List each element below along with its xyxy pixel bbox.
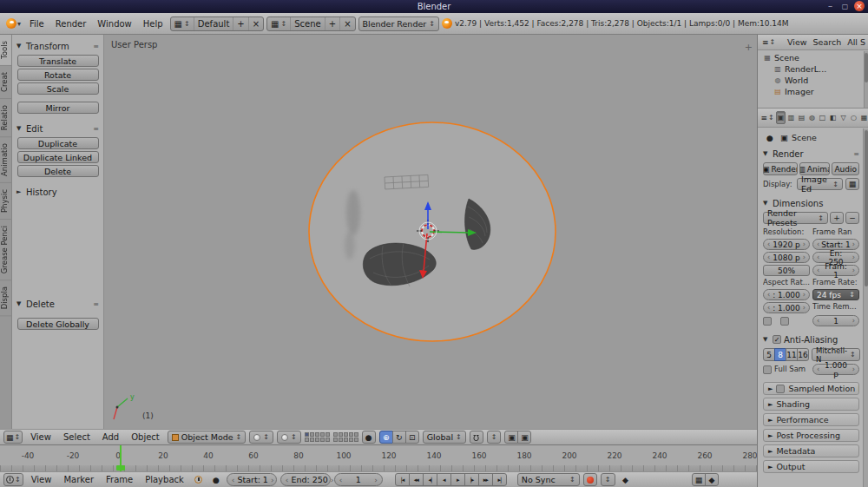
delete-layout-button[interactable]: × [248, 17, 263, 30]
antialiasing-checkbox[interactable]: ✓ [773, 335, 781, 344]
tab-grease-pencil[interactable]: Grease Penci [0, 220, 11, 280]
menu-view[interactable]: View [27, 475, 56, 484]
next-keyframe-button[interactable]: ▸▸ [478, 473, 493, 486]
blender-menu-button[interactable]: ▾ [4, 17, 23, 30]
outliner-row[interactable]: ▦ Scene [761, 52, 865, 63]
remove-preset-button[interactable]: − [845, 212, 859, 224]
header-option-icon[interactable]: ▦ [692, 473, 706, 486]
layer-toggle[interactable] [349, 432, 353, 437]
properties-tab-icon[interactable]: ▥ [786, 111, 796, 124]
menu-view[interactable]: View [787, 37, 807, 47]
scale-manipulator-icon[interactable]: ⊡ [405, 431, 419, 444]
menu-window[interactable]: Window [93, 19, 135, 29]
layer-toggle[interactable] [305, 432, 309, 437]
properties-tab-icon[interactable]: ▦ [859, 111, 868, 124]
display-option-icon[interactable]: ▦ [845, 178, 859, 190]
menu-search[interactable]: Search [813, 37, 842, 47]
editor-type-selector[interactable]: ≡ ↕ [760, 36, 777, 49]
layer-toggle[interactable] [339, 438, 343, 442]
border-checkbox[interactable] [763, 317, 772, 326]
prev-frame-button[interactable]: ◂| [423, 473, 437, 486]
frame-rate-selector[interactable]: 24 fps ↕ [812, 289, 859, 300]
resolution-percentage-button[interactable]: 50% [763, 265, 810, 276]
opengl-render-image-icon[interactable]: ▣ [504, 431, 518, 444]
menu-object[interactable]: Object [127, 432, 164, 442]
menu-playback[interactable]: Playback [141, 475, 188, 484]
layer-toggle[interactable] [315, 438, 319, 442]
properties-tab-icon[interactable]: ◧ [828, 111, 838, 124]
layer-toggle[interactable] [333, 438, 338, 442]
properties-tab-icon[interactable]: ▣ [776, 111, 786, 124]
scene-name[interactable]: Scene [290, 17, 325, 30]
layer-toggle[interactable] [310, 432, 314, 437]
snap-magnet-icon[interactable]: Ω [470, 431, 483, 444]
jump-to-end-button[interactable]: ▸| [492, 473, 507, 486]
time-remap-field[interactable]: 1 [812, 315, 859, 326]
render-panel-header[interactable]: ▼ Render ≡ [763, 148, 859, 160]
crop-checkbox[interactable] [780, 317, 789, 326]
delete-scene-button[interactable]: × [339, 17, 354, 30]
menu-help[interactable]: Help [139, 19, 168, 29]
layer-toggle[interactable] [310, 438, 314, 442]
opengl-render-anim-icon[interactable]: ▣ [517, 431, 531, 444]
panel-menu-icon[interactable]: ≡ [93, 125, 99, 133]
menu-frame[interactable]: Frame [102, 475, 137, 484]
av-sync-selector[interactable]: No Sync ↕ [517, 473, 580, 486]
layer-toggle[interactable] [320, 432, 325, 437]
lock-time-icon[interactable]: ● [209, 473, 223, 486]
lock-to-scene-button[interactable]: ● [362, 431, 376, 444]
translate-button[interactable]: Translate [17, 55, 99, 67]
performance-panel-header[interactable]: ► Performance [763, 413, 859, 426]
mirror-button[interactable]: Mirror [17, 102, 99, 114]
properties-tab-icon[interactable]: ◍ [807, 111, 817, 124]
aa-samples-5-button[interactable]: 5 [763, 348, 775, 361]
properties-tab-icon[interactable]: ○ [849, 111, 858, 124]
layer-toggle[interactable] [333, 432, 338, 437]
layer-toggle[interactable] [320, 438, 325, 442]
outliner-row[interactable]: ◍ World [761, 75, 865, 86]
panel-menu-icon[interactable]: ≡ [93, 300, 99, 308]
screen-layout-browse-button[interactable]: ▦ ↕ [171, 17, 194, 30]
translate-manipulator-icon[interactable]: ⊕ [379, 431, 393, 444]
outliner-row[interactable]: ▤ Imager [761, 86, 865, 97]
tab-tools[interactable]: Tools [0, 35, 11, 66]
tab-animation[interactable]: Animatio [0, 137, 11, 183]
delete-globally-button[interactable]: Delete Globally [17, 318, 99, 330]
add-scene-button[interactable]: + [325, 17, 339, 30]
viewport-shading-selector[interactable]: ↕ [249, 431, 273, 444]
properties-tab-icon[interactable]: ▽ [838, 111, 848, 124]
add-preset-button[interactable]: + [830, 212, 844, 224]
menu-marker[interactable]: Marker [59, 475, 98, 484]
antialiasing-panel-header[interactable]: ▼ ✓ Anti-Aliasing [763, 333, 859, 346]
frame-step-field[interactable]: Fram: 1 [812, 265, 859, 276]
aa-samples-8-button[interactable]: 8 [774, 348, 786, 361]
panel-menu-icon[interactable]: ≡ [93, 43, 99, 50]
render-presets-selector[interactable]: Render Presets ↕ [763, 212, 828, 224]
tab-physics[interactable]: Physic [0, 183, 11, 220]
history-panel-header[interactable]: ► History [16, 186, 99, 198]
transform-panel-header[interactable]: ▼ Transform ≡ [16, 40, 99, 52]
next-frame-button[interactable]: |▸ [464, 473, 479, 486]
resolution-x-field[interactable]: 1920 p [763, 239, 810, 250]
add-layout-button[interactable]: + [233, 17, 247, 30]
rotate-button[interactable]: Rotate [17, 69, 99, 81]
rotate-manipulator-icon[interactable]: ↻ [392, 431, 406, 444]
layer-toggle[interactable] [339, 432, 343, 437]
layer-toggle[interactable] [354, 438, 358, 442]
duplicate-linked-button[interactable]: Duplicate Linked [17, 151, 99, 163]
keyframe-icon[interactable]: ◆ [619, 473, 633, 486]
aspect-y-field[interactable]: : 1.000 [763, 302, 810, 313]
snap-element-selector[interactable]: ↕ [487, 431, 502, 444]
play-button[interactable]: ▸ [450, 473, 465, 486]
editor-type-selector[interactable]: ↕ [3, 473, 23, 486]
aa-filter-selector[interactable]: Mitchell-N ↕ [812, 348, 860, 361]
outliner-row[interactable]: ▥ RenderL... [761, 63, 865, 75]
outliner-filter-selector[interactable]: All S [847, 37, 865, 47]
layer-toggle[interactable] [326, 432, 330, 437]
tab-create[interactable]: Creat [0, 66, 11, 99]
scene-browse-button[interactable]: ▦ ↕ [267, 17, 290, 30]
menu-file[interactable]: File [25, 19, 49, 29]
region-expand-icon[interactable]: + [745, 42, 753, 53]
header-option-icon[interactable]: ◆ [705, 473, 719, 486]
properties-scrollbar[interactable] [863, 128, 868, 487]
